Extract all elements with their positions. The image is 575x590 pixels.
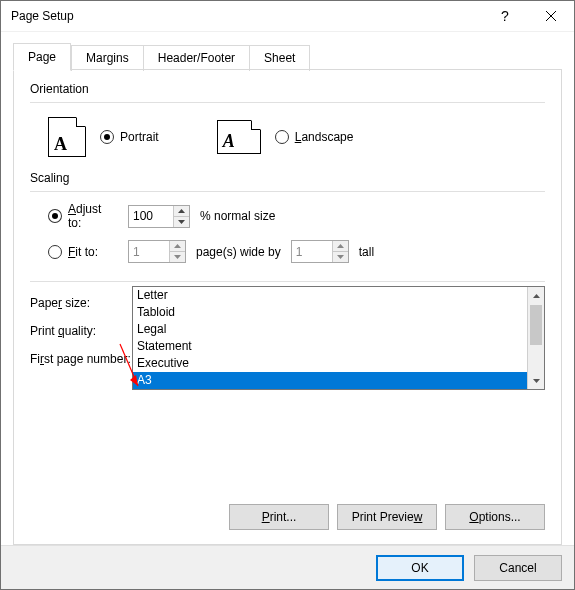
tab-header-footer[interactable]: Header/Footer (144, 45, 250, 71)
ok-button[interactable]: OK (376, 555, 464, 581)
dropdown-item-legal[interactable]: Legal (133, 321, 527, 338)
fit-tall-spinner[interactable] (291, 240, 349, 263)
svg-marker-2 (178, 209, 185, 213)
svg-marker-9 (533, 294, 540, 298)
dropdown-item-a3[interactable]: A3 (133, 372, 527, 389)
spinner-down[interactable] (333, 252, 348, 262)
svg-marker-5 (174, 255, 181, 259)
dropdown-item-letter[interactable]: Letter (133, 287, 527, 304)
print-preview-button[interactable]: Print Preview (337, 504, 437, 530)
tab-sheet[interactable]: Sheet (250, 45, 310, 71)
paper-size-dropdown: Letter Tabloid Legal Statement Executive… (132, 286, 545, 390)
dropdown-item-statement[interactable]: Statement (133, 338, 527, 355)
radio-icon (48, 209, 62, 223)
dropdown-item-executive[interactable]: Executive (133, 355, 527, 372)
page-setup-dialog: Page Setup ? Page Margins Header/Footer … (0, 0, 575, 590)
portrait-radio[interactable]: Portrait (100, 130, 159, 144)
radio-icon (275, 130, 289, 144)
landscape-radio[interactable]: Landscape (275, 130, 354, 144)
close-icon (546, 11, 556, 21)
spinner-down[interactable] (170, 252, 185, 262)
tall-label: tall (359, 245, 374, 259)
normal-size-label: % normal size (200, 209, 275, 223)
adjust-to-input[interactable] (129, 206, 173, 227)
radio-icon (48, 245, 62, 259)
help-button[interactable]: ? (482, 1, 528, 31)
landscape-icon: A (217, 120, 261, 154)
tab-panel-page: Orientation A Portrait A Lands (13, 69, 562, 545)
spinner-down[interactable] (174, 217, 189, 227)
tab-strip: Page Margins Header/Footer Sheet (13, 44, 562, 70)
svg-marker-6 (337, 244, 344, 248)
dialog-footer: OK Cancel (1, 545, 574, 589)
portrait-icon: A (48, 117, 86, 157)
radio-icon (100, 130, 114, 144)
fit-wide-input[interactable] (129, 241, 169, 262)
svg-marker-10 (533, 379, 540, 383)
svg-marker-4 (174, 244, 181, 248)
cancel-button[interactable]: Cancel (474, 555, 562, 581)
scroll-up[interactable] (528, 287, 544, 304)
titlebar: Page Setup ? (1, 1, 574, 32)
options-button[interactable]: Options... (445, 504, 545, 530)
spinner-up[interactable] (333, 241, 348, 252)
pages-wide-label: page(s) wide by (196, 245, 281, 259)
spinner-up[interactable] (174, 206, 189, 217)
fit-tall-input[interactable] (292, 241, 332, 262)
scroll-thumb[interactable] (530, 305, 542, 345)
paper-size-label: Paper size: (30, 296, 132, 310)
adjust-to-spinner[interactable] (128, 205, 190, 228)
adjust-to-radio[interactable]: Adjust to: (48, 202, 118, 230)
tab-margins[interactable]: Margins (71, 45, 144, 71)
window-title: Page Setup (11, 9, 74, 23)
fit-to-radio[interactable]: Fit to: (48, 245, 118, 259)
svg-marker-3 (178, 220, 185, 224)
tab-page[interactable]: Page (13, 43, 71, 71)
svg-marker-7 (337, 255, 344, 259)
dropdown-item-tabloid[interactable]: Tabloid (133, 304, 527, 321)
scroll-down[interactable] (528, 372, 544, 389)
print-button[interactable]: Print... (229, 504, 329, 530)
fit-wide-spinner[interactable] (128, 240, 186, 263)
scaling-label: Scaling (30, 171, 545, 185)
dropdown-scrollbar[interactable] (527, 287, 544, 389)
spinner-up[interactable] (170, 241, 185, 252)
orientation-label: Orientation (30, 82, 545, 96)
close-button[interactable] (528, 1, 574, 31)
